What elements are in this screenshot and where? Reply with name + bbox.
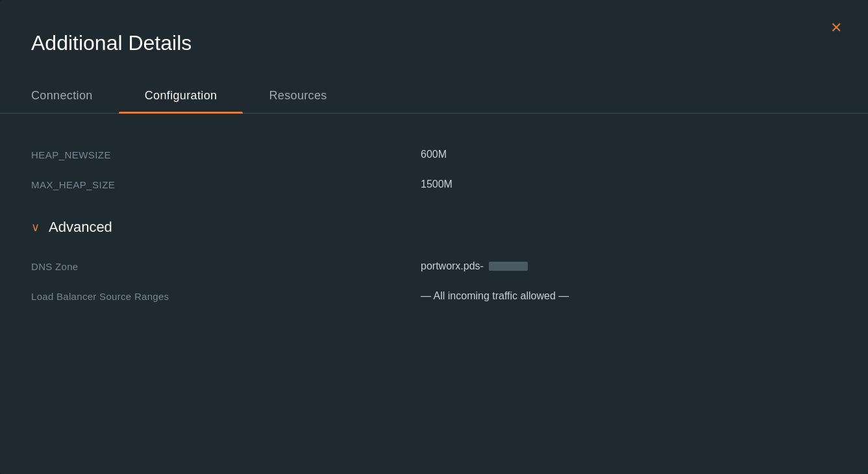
config-row-heap-newsize: HEAP_NEWSIZE 600M <box>31 140 837 169</box>
redacted-block <box>489 262 528 271</box>
advanced-value-load-balancer: — All incoming traffic allowed — <box>421 290 569 302</box>
page-title: Additional Details <box>0 0 868 81</box>
chevron-down-icon: ∨ <box>31 221 40 233</box>
advanced-row-load-balancer: Load Balancer Source Ranges — All incomi… <box>31 281 837 311</box>
config-value-max-heap-size: 1500M <box>421 179 453 190</box>
tab-connection[interactable]: Connection <box>31 81 119 113</box>
config-row-max-heap-size: MAX_HEAP_SIZE 1500M <box>31 169 837 199</box>
advanced-label-load-balancer: Load Balancer Source Ranges <box>31 291 239 302</box>
close-button[interactable]: ✕ <box>825 18 847 38</box>
advanced-section: ∨ Advanced DNS Zone portworx.pds- Load B… <box>31 219 837 311</box>
advanced-section-title: Advanced <box>49 219 112 236</box>
config-label-heap-newsize: HEAP_NEWSIZE <box>31 149 239 160</box>
close-icon: ✕ <box>830 19 842 36</box>
modal-container: ✕ Additional Details Connection Configur… <box>0 0 868 474</box>
main-content: HEAP_NEWSIZE 600M MAX_HEAP_SIZE 1500M ∨ … <box>0 140 868 311</box>
advanced-toggle[interactable]: ∨ Advanced <box>31 219 837 236</box>
tab-bar: Connection Configuration Resources <box>0 81 868 114</box>
advanced-row-dns-zone: DNS Zone portworx.pds- <box>31 251 837 281</box>
advanced-value-dns-zone: portworx.pds- <box>421 260 529 272</box>
tab-resources[interactable]: Resources <box>243 81 353 113</box>
config-value-heap-newsize: 600M <box>421 149 447 160</box>
config-label-max-heap-size: MAX_HEAP_SIZE <box>31 179 239 190</box>
tab-configuration[interactable]: Configuration <box>119 81 243 113</box>
advanced-label-dns-zone: DNS Zone <box>31 261 239 272</box>
